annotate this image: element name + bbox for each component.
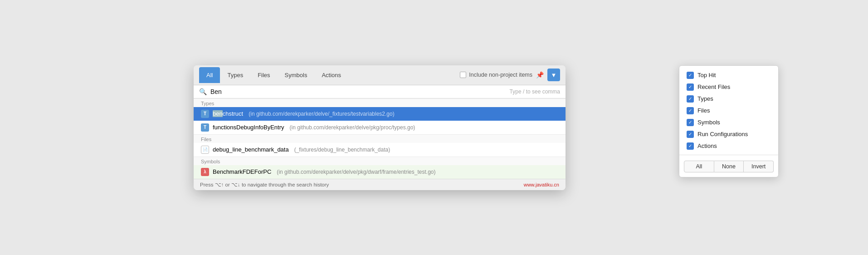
- filter-top-hit[interactable]: ✓ Top Hit: [679, 69, 778, 81]
- filter-recent-files[interactable]: ✓ Recent Files: [679, 81, 778, 93]
- result-name: functionsDebugInfoByEntry: [213, 124, 284, 131]
- tab-bar: All Types Files Symbols Actions Include …: [194, 65, 566, 85]
- check-icon: ✓: [687, 119, 694, 126]
- tab-actions[interactable]: Actions: [314, 67, 348, 83]
- check-icon: ✓: [687, 131, 694, 138]
- result-path: (in github.com/derekparker/delve/pkg/dwa…: [277, 169, 435, 175]
- tab-types[interactable]: Types: [220, 67, 250, 83]
- result-name: benchstruct: [213, 110, 243, 117]
- tab-symbols[interactable]: Symbols: [278, 67, 315, 83]
- dropdown-actions: All None Invert: [679, 158, 778, 177]
- filter-all-button[interactable]: All: [684, 161, 714, 172]
- check-icon: ✓: [687, 83, 694, 91]
- filter-run-configurations[interactable]: ✓ Run Configurations: [679, 128, 778, 140]
- filter-label: Recent Files: [697, 83, 730, 90]
- result-row[interactable]: 📄 debug_line_benchmark_data (_fixtures/d…: [194, 143, 566, 157]
- dropdown-divider: [679, 155, 778, 155]
- check-icon: ✓: [687, 107, 694, 114]
- types-section-header: Types: [194, 98, 566, 107]
- files-section-header: Files: [194, 134, 566, 143]
- filter-symbols[interactable]: ✓ Symbols: [679, 117, 778, 128]
- search-icon: 🔍: [199, 88, 207, 95]
- tab-all[interactable]: All: [199, 67, 220, 83]
- pin-icon[interactable]: 📌: [536, 71, 544, 78]
- search-hint: Type / to see comma: [510, 88, 560, 95]
- tab-files[interactable]: Files: [250, 67, 277, 83]
- filter-none-button[interactable]: None: [714, 161, 744, 172]
- result-path: (in github.com/derekparker/delve/pkg/pro…: [290, 124, 415, 131]
- filter-label: Types: [697, 95, 713, 102]
- check-icon: ✓: [687, 95, 694, 103]
- search-input[interactable]: [210, 88, 510, 95]
- result-path: (in github.com/derekparker/delve/_fixtur…: [249, 111, 395, 117]
- type-badge: T: [201, 110, 209, 118]
- filter-actions[interactable]: ✓ Actions: [679, 140, 778, 152]
- filter-label: Actions: [697, 142, 717, 149]
- result-row[interactable]: T benchstruct (in github.com/derekparker…: [194, 107, 566, 121]
- check-icon: ✓: [687, 142, 694, 150]
- filter-files[interactable]: ✓ Files: [679, 105, 778, 117]
- filter-label: Run Configurations: [697, 131, 748, 137]
- nav-hint: Press ⌥↑ or ⌥↓ to navigate through the s…: [200, 181, 329, 188]
- file-badge: 📄: [201, 146, 209, 154]
- filter-dropdown: ✓ Top Hit ✓ Recent Files ✓ Types ✓ Files…: [679, 65, 779, 177]
- check-icon: ✓: [687, 72, 694, 79]
- include-nonproject-label: Include non-project items: [469, 72, 532, 78]
- status-bar: Press ⌥↑ or ⌥↓ to navigate through the s…: [194, 179, 566, 190]
- filter-label: Files: [697, 107, 710, 114]
- filter-invert-button[interactable]: Invert: [744, 161, 774, 172]
- result-row[interactable]: λ BenchmarkFDEForPC (in github.com/derek…: [194, 165, 566, 179]
- filter-label: Top Hit: [697, 72, 716, 78]
- result-name: debug_line_benchmark_data: [213, 146, 289, 153]
- search-row: 🔍 Type / to see comma: [194, 85, 566, 98]
- include-nonproject-checkbox[interactable]: [460, 72, 466, 78]
- highlight-text: ben: [213, 110, 223, 117]
- watermark: www.javatiku.cn: [524, 182, 559, 187]
- result-row[interactable]: T functionsDebugInfoByEntry (in github.c…: [194, 121, 566, 134]
- type-badge: T: [201, 123, 209, 132]
- filter-types[interactable]: ✓ Types: [679, 93, 778, 105]
- result-name: BenchmarkFDEForPC: [213, 168, 271, 175]
- filter-label: Symbols: [697, 119, 720, 126]
- result-path: (_fixtures/debug_line_benchmark_data): [294, 147, 390, 153]
- lambda-badge: λ: [201, 168, 209, 176]
- symbols-section-header: Symbols: [194, 157, 566, 165]
- filter-button[interactable]: ▼: [547, 69, 560, 81]
- results-area: Types T benchstruct (in github.com/derek…: [194, 98, 566, 179]
